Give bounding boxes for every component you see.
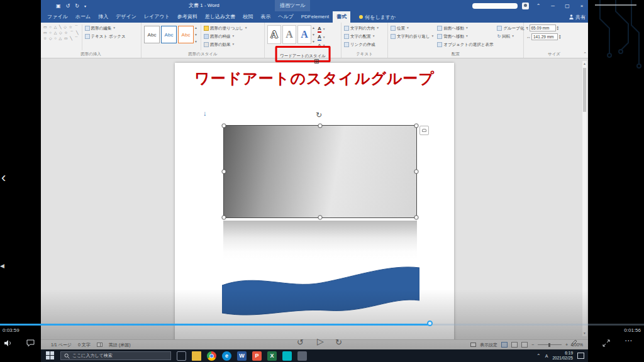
tab-home[interactable]: ホーム [72,11,94,23]
scroll-down-icon[interactable]: ▼ [582,331,587,336]
word-icon[interactable]: W [237,351,247,361]
share-button[interactable]: 共有 [569,11,586,23]
excel-icon[interactable]: X [267,351,277,361]
fullscreen-icon[interactable] [602,339,611,348]
tray-expand-icon[interactable]: ⌃ [536,353,541,359]
redo-icon[interactable]: ↻ [75,3,79,9]
zoom-slider[interactable] [538,344,562,345]
action-center-icon[interactable] [577,353,584,359]
app-icon[interactable] [297,351,307,361]
file-explorer-icon[interactable] [192,351,201,361]
chat-icon[interactable] [26,339,35,347]
shape-outline-button[interactable]: 図形の枠線 [204,33,247,40]
tab-pdfelement[interactable]: PDFelement [297,11,333,23]
undo-icon[interactable]: ↺ [66,3,70,9]
more-options-icon[interactable]: ⋯ [625,336,632,345]
forward-icon[interactable]: ↻ [335,337,342,347]
proofing-icon[interactable] [97,343,103,347]
close-icon[interactable]: × [577,3,587,9]
ime-mode-indicator[interactable]: A [545,354,548,358]
shape-icons-row[interactable]: ▭ ○ △ ╲ ◇ ☆ ⌒ [43,25,79,30]
shape-style-preview[interactable]: Abc [144,26,160,43]
shape-style-preview[interactable]: Abc [161,26,177,43]
stepper-icons[interactable]: ▲▼ [558,35,561,40]
chevron-left-icon[interactable]: ‹ [1,170,6,186]
gallery-more-icon[interactable]: ▼ [312,40,315,43]
zoom-out-icon[interactable]: − [531,343,534,347]
pdfelement-icon[interactable]: P [252,351,262,361]
selection-pane-button[interactable]: オブジェクトの選択と表示 [437,41,493,48]
send-backward-button[interactable]: 背面へ移動 [437,33,493,40]
selection-handle[interactable] [222,124,226,128]
chrome-icon[interactable] [207,351,216,361]
text-fill-button[interactable]: A [318,26,325,33]
taskbar-clock[interactable]: 6:19 2021/02/25 [552,351,573,361]
volume-icon[interactable] [4,339,13,347]
rotate-button[interactable]: ↻ 回転 [497,33,528,40]
shape-width-spinner[interactable]: ↔ 141.29 mm ▲▼ [526,33,582,40]
selection-handle[interactable] [318,216,323,220]
restore-icon[interactable]: ▢ [562,3,572,9]
account-avatar[interactable] [522,3,529,9]
position-button[interactable]: 位置 [391,25,433,31]
tab-layout[interactable]: レイアウト [140,11,174,23]
shape-height-spinner[interactable]: ↕ 65.09 mm ▲▼ [526,25,582,31]
wrap-text-button[interactable]: 文字列の折り返し [391,33,433,40]
selection-handle[interactable] [222,170,226,174]
selection-handle[interactable] [222,216,226,220]
tab-help[interactable]: ヘルプ [274,11,297,23]
create-link-button[interactable]: リンクの作成 [344,41,385,48]
vertical-scrollbar[interactable]: ▲ ▼ [582,60,587,337]
zoom-in-icon[interactable]: + [565,343,568,347]
shape-style-preview[interactable]: Abc [178,26,194,43]
play-icon[interactable]: ▷ [317,336,324,346]
shape-fill-button[interactable]: 図形の塗りつぶし [204,25,247,31]
text-direction-button[interactable]: 文字列の方向 [344,25,385,31]
ribbon-options-icon[interactable]: ⌃ [533,3,543,9]
document-page[interactable]: ワードアートのスタイルグループ ↓ ↻ [175,63,454,339]
pencil-annotate-icon[interactable] [570,339,577,347]
scrollbar-thumb[interactable] [583,68,586,112]
shape-effects-button[interactable]: 図形の効果 [204,41,247,48]
shape-height-value[interactable]: 65.09 mm [530,25,556,31]
text-box-button[interactable]: テキスト ボックス [85,33,126,40]
wordart-preview[interactable]: A [267,25,281,44]
minimize-icon[interactable]: ─ [548,3,558,9]
tab-references[interactable]: 参考資料 [174,11,201,23]
page-count[interactable]: 1/1 ページ [51,342,72,348]
blue-wave-shape[interactable] [222,259,419,317]
edit-shape-button[interactable]: 図形の編集 [85,25,126,31]
previous-marker-icon[interactable]: ◀ [0,263,4,269]
selection-handle[interactable] [414,124,419,128]
selection-handle[interactable] [414,170,419,174]
gallery-down-icon[interactable]: ▼ [312,33,315,36]
group-button[interactable]: グループ化 [497,25,528,31]
save-icon[interactable]: ▣ [56,3,61,9]
gallery-up-icon[interactable]: ▲ [312,26,315,30]
taskbar-search-input[interactable]: ここに入力して検索 [60,351,171,360]
bring-forward-button[interactable]: 前面へ移動 [437,25,493,31]
shape-gallery[interactable]: ▭ ○ △ ╲ ◇ ☆ ⌒ ▭ ○ △ ◇ ☆ ⌒ ╲ ☆ ◇ ○ △ ▭ ╲ … [43,25,79,50]
text-outline-button[interactable]: A [318,34,325,41]
edge-icon[interactable]: e [222,351,231,361]
word-count[interactable]: 0 文字 [78,342,91,348]
titlebar-search[interactable] [472,3,518,9]
qat-customize-icon[interactable]: ▾ [84,4,86,8]
stepper-icons[interactable]: ▲▼ [557,26,559,31]
web-layout-icon[interactable] [521,342,528,348]
tab-design[interactable]: デザイン [112,11,140,23]
shape-icons-row[interactable]: ▭ ○ △ ◇ ☆ ⌒ ╲ [43,30,79,35]
progress-bar[interactable] [0,324,644,326]
collapse-ribbon-icon[interactable]: ⌃ [583,52,587,57]
selected-rectangle-shape[interactable] [223,125,417,218]
progress-handle[interactable] [427,321,433,326]
tab-view[interactable]: 表示 [257,11,274,23]
tab-file[interactable]: ファイル [43,11,72,23]
task-view-icon[interactable] [177,351,186,361]
shape-icons-row[interactable]: ☆ ◇ ○ △ ▭ ╲ ⌒ [43,36,79,41]
tab-review[interactable]: 校閲 [239,11,257,23]
display-settings-label[interactable]: 表示設定 [480,342,497,348]
teams-icon[interactable] [282,351,292,361]
start-button[interactable] [46,351,55,360]
gallery-more-icon[interactable]: ▼ [194,40,197,43]
